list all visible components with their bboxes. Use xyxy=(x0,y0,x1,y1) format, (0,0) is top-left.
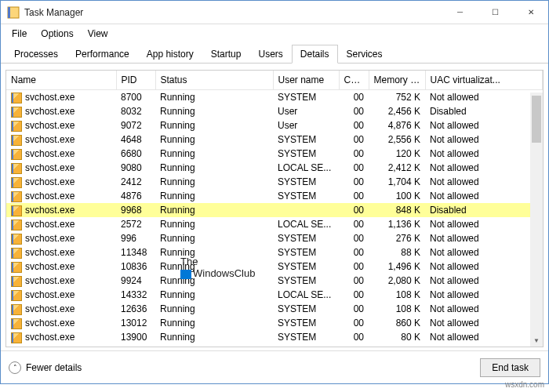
maximize-button[interactable]: ☐ xyxy=(478,1,513,24)
cell-uac: Not allowed xyxy=(425,302,543,316)
table-row[interactable]: svchost.exe6680RunningSYSTEM00120 KNot a… xyxy=(6,147,543,161)
cell-cpu: 00 xyxy=(339,245,369,260)
cell-user: SYSTEM xyxy=(273,245,339,260)
close-button[interactable]: ✕ xyxy=(513,1,548,24)
cell-uac: Not allowed xyxy=(425,147,543,161)
cell-name: svchost.exe xyxy=(6,231,116,245)
cell-uac: Not allowed xyxy=(425,274,543,288)
cell-name: svchost.exe xyxy=(6,189,116,203)
cell-status: Running xyxy=(155,203,273,217)
cell-memory: 2,412 K xyxy=(369,161,425,175)
cell-memory: 848 K xyxy=(369,203,425,217)
table-row[interactable]: svchost.exe8700RunningSYSTEM00752 KNot a… xyxy=(6,90,543,105)
cell-pid: 4648 xyxy=(116,132,155,147)
end-task-button[interactable]: End task xyxy=(480,358,540,377)
titlebar[interactable]: Task Manager ─ ☐ ✕ xyxy=(1,1,548,24)
col-pid[interactable]: PID xyxy=(116,71,155,90)
cell-memory: 108 K xyxy=(369,288,425,302)
table-row[interactable]: svchost.exe9924RunningSYSTEM002,080 KNot… xyxy=(6,274,543,288)
tab-services[interactable]: Services xyxy=(338,45,391,64)
col-name[interactable]: Name xyxy=(6,71,116,90)
cell-pid: 9968 xyxy=(116,203,155,217)
cell-memory: 752 K xyxy=(369,90,425,105)
cell-cpu: 00 xyxy=(339,132,369,147)
cell-cpu: 00 xyxy=(339,175,369,189)
col-status[interactable]: Status xyxy=(155,71,273,90)
table-row[interactable]: svchost.exe4876RunningSYSTEM00100 KNot a… xyxy=(6,189,543,203)
cell-uac: Not allowed xyxy=(425,189,543,203)
tab-users[interactable]: Users xyxy=(249,45,291,64)
cell-uac: Not allowed xyxy=(425,90,543,105)
window-title: Task Manager xyxy=(24,7,442,18)
col-memory[interactable]: Memory (a... xyxy=(369,71,425,90)
cell-status: Running xyxy=(155,231,273,245)
cell-status: Running xyxy=(155,189,273,203)
table-row[interactable]: svchost.exe10836RunningSYSTEM001,496 KNo… xyxy=(6,260,543,274)
svg-rect-1 xyxy=(8,7,10,18)
cell-status: Running xyxy=(155,118,273,132)
tab-apphistory[interactable]: App history xyxy=(138,45,202,64)
cell-name: svchost.exe xyxy=(6,118,116,132)
table-row[interactable]: svchost.exe13900RunningSYSTEM0080 KNot a… xyxy=(6,330,543,344)
table-row[interactable]: svchost.exe996RunningSYSTEM00276 KNot al… xyxy=(6,231,543,245)
cell-user: SYSTEM xyxy=(273,147,339,161)
tab-performance[interactable]: Performance xyxy=(67,45,138,64)
footer: ˄ Fewer details End task xyxy=(1,350,548,383)
menu-view[interactable]: View xyxy=(82,27,115,41)
cell-name: svchost.exe xyxy=(6,302,116,316)
table-row[interactable]: svchost.exe8032RunningUser002,456 KDisab… xyxy=(6,104,543,118)
cell-status: Running xyxy=(155,288,273,302)
scroll-thumb[interactable] xyxy=(532,96,541,143)
cell-user: LOCAL SE... xyxy=(273,288,339,302)
cell-user: LOCAL SE... xyxy=(273,161,339,175)
cell-user: SYSTEM xyxy=(273,189,339,203)
process-table: Name PID Status User name CPU Memory (a.… xyxy=(6,71,543,344)
cell-uac: Not allowed xyxy=(425,175,543,189)
cell-status: Running xyxy=(155,90,273,105)
table-row[interactable]: svchost.exe9080RunningLOCAL SE...002,412… xyxy=(6,161,543,175)
cell-memory: 108 K xyxy=(369,302,425,316)
tab-startup[interactable]: Startup xyxy=(202,45,250,64)
col-cpu[interactable]: CPU xyxy=(339,71,369,90)
cell-status: Running xyxy=(155,104,273,118)
minimize-button[interactable]: ─ xyxy=(442,1,478,24)
table-row[interactable]: svchost.exe14332RunningLOCAL SE...00108 … xyxy=(6,288,543,302)
table-row[interactable]: svchost.exe2412RunningSYSTEM001,704 KNot… xyxy=(6,175,543,189)
cell-pid: 2572 xyxy=(116,217,155,231)
table-row[interactable]: svchost.exe9072RunningUser004,876 KNot a… xyxy=(6,118,543,132)
table-row[interactable]: svchost.exe2572RunningLOCAL SE...001,136… xyxy=(6,217,543,231)
cell-name: svchost.exe xyxy=(6,274,116,288)
cell-memory: 1,496 K xyxy=(369,260,425,274)
cell-status: Running xyxy=(155,217,273,231)
menu-file[interactable]: File xyxy=(5,27,33,41)
col-user[interactable]: User name xyxy=(273,71,339,90)
cell-memory: 2,456 K xyxy=(369,104,425,118)
tab-details[interactable]: Details xyxy=(292,45,338,64)
scroll-down-icon[interactable]: ▼ xyxy=(530,334,543,347)
table-row[interactable]: svchost.exe11348RunningSYSTEM0088 KNot a… xyxy=(6,245,543,260)
menu-options[interactable]: Options xyxy=(35,27,79,41)
cell-cpu: 00 xyxy=(339,274,369,288)
cell-name: svchost.exe xyxy=(6,316,116,330)
cell-name: svchost.exe xyxy=(6,90,116,105)
tab-processes[interactable]: Processes xyxy=(5,45,67,64)
col-uac[interactable]: UAC virtualizat... xyxy=(425,71,543,90)
cell-pid: 8700 xyxy=(116,90,155,105)
cell-pid: 11348 xyxy=(116,245,155,260)
cell-uac: Not allowed xyxy=(425,330,543,344)
vertical-scrollbar[interactable]: ▲ ▼ xyxy=(530,93,543,347)
cell-status: Running xyxy=(155,330,273,344)
chevron-up-icon: ˄ xyxy=(9,361,21,374)
cell-pid: 9924 xyxy=(116,274,155,288)
cell-memory: 276 K xyxy=(369,231,425,245)
fewer-details-button[interactable]: ˄ Fewer details xyxy=(9,361,82,374)
fewer-details-label: Fewer details xyxy=(26,362,82,373)
table-row[interactable]: svchost.exe4648RunningSYSTEM002,556 KNot… xyxy=(6,132,543,147)
cell-memory: 1,704 K xyxy=(369,175,425,189)
table-row[interactable]: svchost.exe13012RunningSYSTEM00860 KNot … xyxy=(6,316,543,330)
table-row[interactable]: svchost.exe12636RunningSYSTEM00108 KNot … xyxy=(6,302,543,316)
cell-name: svchost.exe xyxy=(6,245,116,260)
table-row[interactable]: svchost.exe9968Running00848 KDisabled xyxy=(6,203,543,217)
cell-user: SYSTEM xyxy=(273,330,339,344)
cell-name: svchost.exe xyxy=(6,175,116,189)
